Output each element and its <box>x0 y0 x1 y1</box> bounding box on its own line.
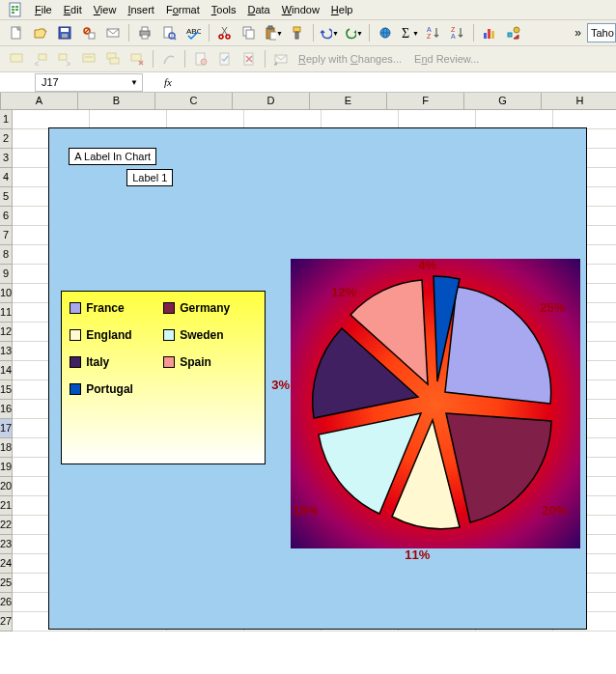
show-comment-button[interactable] <box>78 48 99 70</box>
row-header[interactable]: 22 <box>0 516 13 535</box>
row-header[interactable]: 4 <box>0 168 13 187</box>
row-header[interactable]: 2 <box>0 129 13 149</box>
chart-object[interactable]: A Label In Chart Label 1 FranceGermanyEn… <box>48 127 587 630</box>
show-all-comments-button[interactable] <box>102 48 124 70</box>
dropdown-arrow-icon[interactable]: ▼ <box>130 78 138 87</box>
show-ink-button[interactable] <box>158 48 180 70</box>
cut-button[interactable] <box>214 22 236 43</box>
fx-button[interactable]: fx <box>164 76 172 88</box>
print-preview-button[interactable] <box>158 22 180 43</box>
redo-button[interactable]: ▼ <box>343 22 364 43</box>
legend-item[interactable]: Spain <box>163 355 257 369</box>
column-header[interactable]: H <box>542 93 616 109</box>
save-button[interactable] <box>54 22 75 43</box>
menu-insert[interactable]: Insert <box>122 2 160 17</box>
row-header[interactable]: 15 <box>0 380 13 400</box>
font-combo[interactable]: Taho <box>587 23 616 42</box>
undo-button[interactable]: ▼ <box>319 22 340 43</box>
column-header[interactable]: A <box>1 93 78 109</box>
row-header[interactable]: 10 <box>0 284 13 303</box>
delete-comment-button[interactable] <box>126 48 148 70</box>
row-header[interactable]: 25 <box>0 574 13 593</box>
pie-plot-area[interactable] <box>291 259 580 548</box>
row-header[interactable]: 23 <box>0 535 13 554</box>
spelling-button[interactable]: ABC <box>182 22 204 43</box>
column-header[interactable]: G <box>464 93 542 109</box>
menu-file[interactable]: File <box>29 2 58 17</box>
prev-comment-button[interactable] <box>30 48 51 70</box>
worksheet-grid[interactable]: ABCDEFGH 1234567891011121314151617181920… <box>0 93 616 632</box>
print-button[interactable] <box>134 22 155 43</box>
chart-wizard-button[interactable] <box>479 22 500 43</box>
paste-button[interactable]: ▼ <box>263 22 284 43</box>
toolbar-overflow-icon[interactable]: » <box>574 26 581 40</box>
legend-item[interactable]: England <box>70 328 163 342</box>
drawing-button[interactable] <box>503 22 524 43</box>
row-header[interactable]: 7 <box>0 226 13 245</box>
row-header[interactable]: 26 <box>0 593 13 612</box>
cell[interactable] <box>553 110 616 129</box>
chart-legend[interactable]: FranceGermanyEnglandSwedenItalySpainPort… <box>61 291 266 464</box>
sort-desc-button[interactable]: ZA <box>447 22 468 43</box>
row-header[interactable]: 11 <box>0 303 13 323</box>
copy-button[interactable] <box>238 22 260 43</box>
row-header[interactable]: 20 <box>0 477 13 496</box>
permission-button[interactable] <box>78 22 99 43</box>
cell[interactable] <box>322 110 399 129</box>
row-header[interactable]: 1 <box>0 110 13 129</box>
cell[interactable] <box>399 110 476 129</box>
legend-item[interactable]: Italy <box>70 355 163 369</box>
row-header[interactable]: 18 <box>0 438 13 458</box>
legend-item[interactable]: Sweden <box>163 328 257 342</box>
cell[interactable] <box>167 110 244 129</box>
row-header[interactable]: 9 <box>0 265 13 284</box>
chart-label-2[interactable]: Label 1 <box>126 169 173 186</box>
chart-label-1[interactable]: A Label In Chart <box>69 148 156 165</box>
column-header[interactable]: D <box>233 93 310 109</box>
reply-with-changes-button[interactable]: Reply with Changes... <box>294 53 402 65</box>
legend-item[interactable]: Portugal <box>70 382 166 396</box>
column-header[interactable]: F <box>387 93 464 109</box>
menu-edit[interactable]: Edit <box>58 2 88 17</box>
sort-asc-button[interactable]: AZ <box>423 22 444 43</box>
row-header[interactable]: 27 <box>0 612 13 632</box>
row-header[interactable]: 3 <box>0 149 13 168</box>
row-header[interactable]: 8 <box>0 245 13 265</box>
row-header[interactable]: 17 <box>0 419 13 438</box>
row-header[interactable]: 16 <box>0 400 13 419</box>
row-header[interactable]: 14 <box>0 361 13 380</box>
email-button[interactable] <box>102 22 124 43</box>
column-header[interactable]: E <box>310 93 387 109</box>
row-header[interactable]: 6 <box>0 207 13 226</box>
menu-window[interactable]: Window <box>276 2 325 17</box>
row-header[interactable]: 5 <box>0 187 13 207</box>
menu-view[interactable]: View <box>88 2 123 17</box>
menu-format[interactable]: Format <box>160 2 206 17</box>
accept-change-button[interactable] <box>214 48 236 70</box>
slice-france[interactable] <box>445 287 551 404</box>
hyperlink-button[interactable] <box>375 22 396 43</box>
new-button[interactable] <box>6 22 27 43</box>
end-review-button[interactable]: End Review... <box>410 53 479 65</box>
menu-tools[interactable]: Tools <box>206 2 242 17</box>
column-header[interactable]: B <box>78 93 155 109</box>
name-box[interactable]: J17 ▼ <box>35 73 143 92</box>
column-header[interactable]: C <box>155 93 233 109</box>
row-header[interactable]: 19 <box>0 458 13 477</box>
next-comment-button[interactable] <box>54 48 75 70</box>
cell[interactable] <box>476 110 553 129</box>
legend-item[interactable]: France <box>70 301 163 315</box>
row-header[interactable]: 13 <box>0 342 13 361</box>
row-header[interactable]: 21 <box>0 496 13 516</box>
legend-item[interactable]: Germany <box>163 301 257 315</box>
open-button[interactable] <box>30 22 51 43</box>
autosum-button[interactable]: Σ▼ <box>399 22 420 43</box>
reject-change-button[interactable] <box>238 48 260 70</box>
slice-germany[interactable] <box>446 413 551 522</box>
new-comment-button[interactable] <box>6 48 27 70</box>
row-header[interactable]: 24 <box>0 554 13 574</box>
cell[interactable] <box>90 110 167 129</box>
menu-data[interactable]: Data <box>241 2 275 17</box>
cell[interactable] <box>13 110 90 129</box>
cell[interactable] <box>244 110 322 129</box>
